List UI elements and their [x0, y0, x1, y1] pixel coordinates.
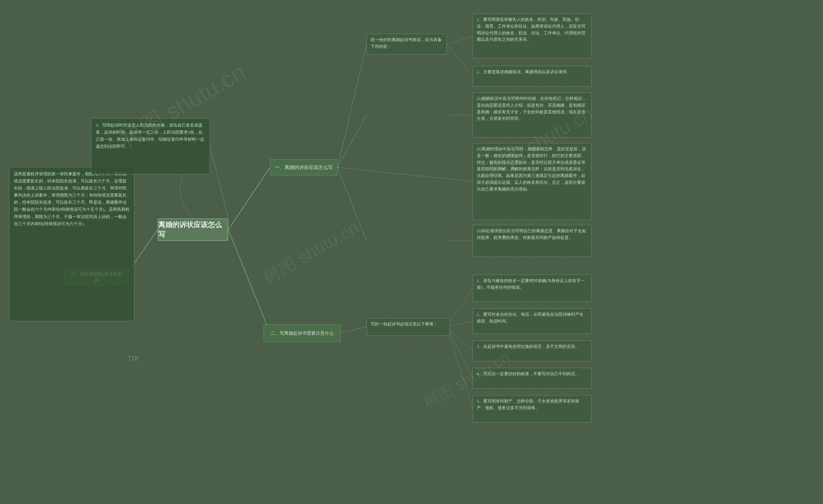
- branch-node-2: 二、写离婚起诉书需要注意什么: [264, 324, 341, 342]
- svg-line-1: [228, 230, 270, 333]
- left-detail-box: 适用普通程序审理的第一审民事案件，期限为六个月；有特殊情况需要延长的，经本院院长…: [9, 167, 134, 321]
- mind-map: 树图 shutu.cn 树图 shutu.cn 树图 shutu.cn 树图 s…: [0, 0, 823, 504]
- right-intro-box: 统一份好的离婚起诉书来说，应当具备下列内容：: [366, 34, 447, 55]
- right-bottom-item2-text: 2、要写对各自的住址、电话，从而避免在法院传唤时产生错误、耽误时间。: [477, 312, 584, 323]
- central-label: 离婚的诉状应该怎么写: [158, 220, 227, 239]
- right-bottom-item4: 4、写完后一定要好好的检查，不要写对自己不利的话。: [473, 368, 592, 389]
- svg-line-18: [210, 146, 228, 218]
- sub-item-1-text: (1)婚姻状况中应当写明何时结婚，在何地登记；怎样相识，是自由恋爱还是经人介绍，…: [477, 96, 586, 121]
- svg-line-0: [228, 167, 270, 230]
- branch-node-1: 一、离婚的诉状应该怎么写: [270, 159, 338, 175]
- branch2-label: 二、写离婚起诉书需要注意什么: [271, 330, 334, 336]
- right-intro-text: 统一份好的离婚起诉书来说，应当具备下列内容：: [371, 37, 442, 49]
- svg-line-15: [447, 327, 473, 378]
- svg-line-8: [338, 167, 473, 182]
- svg-line-14: [447, 327, 473, 351]
- right-bottom-item1-text: 1、原告与被告的姓名一定要绝对准确(与身份证上的名字一致)，不能有任何的错误。: [477, 278, 585, 290]
- svg-line-11: [341, 327, 366, 333]
- right-bottom-item3-text: 3、在起诉书中避免使用过激的语言，及不文明的言语。: [477, 344, 579, 349]
- left-detail-text: 适用普通程序审理的第一审民事案件，期限为六个月；有特殊情况需要延长的，经本院院长…: [14, 172, 130, 226]
- svg-line-12: [447, 288, 473, 327]
- right-item1-text: 1、要写明原告和被告人的姓名、性别、年龄、民族、职业、籍贯、工作单位和住址。如果…: [477, 17, 586, 42]
- branch1-detail-box: 3、写明起诉时所送交人民法院的名称，原告自己签名或盖章，起诉的时间。起诉书一式三…: [91, 118, 210, 175]
- right-bottom-item5-text: 5、要写明有何财产、怎样分割、子女有谁抚养等若有财产、债权、债务过多可另列清单。: [477, 399, 579, 410]
- right-bottom-intro: 写好一份起诉书必须注意以下事项：: [366, 318, 450, 336]
- svg-line-5: [447, 44, 473, 76]
- right-bottom-item1: 1、原告与被告的姓名一定要绝对准确(与身份证上的名字一致)，不能有任何的错误。: [473, 275, 592, 302]
- right-item1: 1、要写明原告和被告人的姓名、性别、年龄、民族、职业、籍贯、工作单位和住址。如果…: [473, 13, 592, 58]
- right-bottom-item4-text: 4、写完后一定要好好的检查，不要写对自己不利的话。: [477, 371, 579, 376]
- svg-line-4: [447, 36, 473, 44]
- right-bottom-item2: 2、要写对各自的住址、电话，从而避免在法院传唤时产生错误、耽误时间。: [473, 308, 592, 334]
- svg-line-6: [338, 115, 366, 167]
- right-item2: 2、主要是陈述婚姻状况、离婚理由以及诉讼请求。: [473, 66, 592, 87]
- branch1-label: 一、离婚的诉状应该怎么写: [275, 165, 333, 171]
- sub-item-2-text: (2)离婚的理由中应当写明：婚姻基础怎样，是好还是坏，还是一般；婚后的感情如何；…: [477, 147, 586, 192]
- svg-line-13: [447, 321, 473, 327]
- sub-item-2: (2)离婚的理由中应当写明：婚姻基础怎样，是好还是坏，还是一般；婚后的感情如何；…: [473, 143, 592, 220]
- right-bottom-intro-text: 写好一份起诉书必须注意以下事项：: [371, 321, 438, 326]
- svg-line-16: [447, 327, 473, 409]
- sub-item-1: (1)婚姻状况中应当写明何时结婚，在何地登记；怎样相识，是自由恋爱还是经人介绍，…: [473, 92, 592, 138]
- right-bottom-item3: 3、在起诉书中避免使用过激的语言，及不文明的言语。: [473, 340, 592, 361]
- right-item2-text: 2、主要是陈述婚姻状况、离婚理由以及诉讼请求。: [477, 69, 571, 74]
- right-bottom-item5: 5、要写明有何财产、怎样分割、子女有谁抚养等若有财产、债权、债务过多可另列清单。: [473, 395, 592, 423]
- svg-line-9: [338, 167, 366, 241]
- central-node: 离婚的诉状应该怎么写: [158, 218, 228, 241]
- svg-line-3: [338, 44, 366, 167]
- sub-item-3: (3)诉讼请求部分应当写明自己的离婚态度、离婚后对子女如何抚养、抚养费的承担、对…: [473, 225, 592, 257]
- branch1-detail-text: 3、写明起诉时所送交人民法院的名称，原告自己签名或盖章，起诉的时间。起诉书一式三…: [96, 123, 204, 149]
- sub-item-3-text: (3)诉讼请求部分应当写明自己的离婚态度、离婚后对子女如何抚养、抚养费的承担、对…: [477, 228, 586, 240]
